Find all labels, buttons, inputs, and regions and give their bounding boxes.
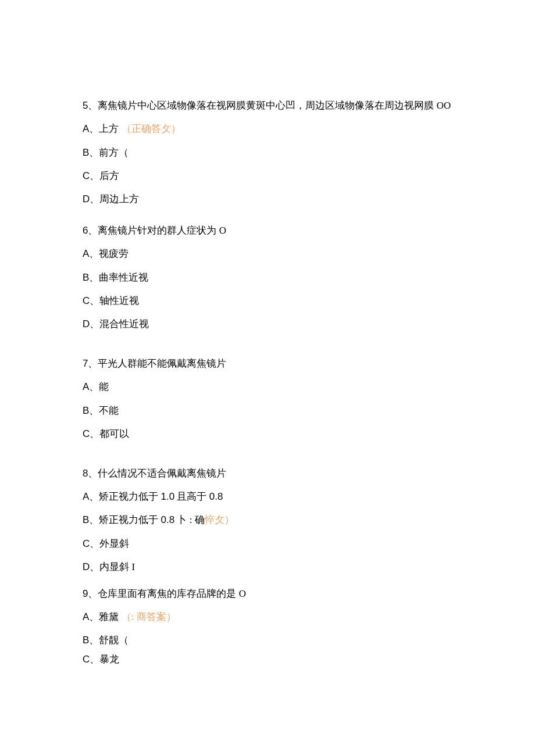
option-c: C、后方 [83, 169, 477, 183]
option-c: C、都可以 [83, 427, 477, 441]
option-b: B、不能 [83, 404, 477, 418]
option-a: A、雅黛 （: 商答案） [83, 610, 477, 624]
option-b: B、矫正视力低于 0.8 卜 : 确悴攵） [83, 513, 477, 527]
option-b: B、曲率性近视 [83, 271, 477, 285]
question-text: 5、离焦镜片中心区域物像落在视网膜黄斑中心凹，周边区域物像落在周边视网膜 OO [83, 99, 477, 113]
question-8: 8、什么情况不适合佩戴离焦镜片 A、矫正视力低于 1.0 且高于 0.8 B、矫… [83, 467, 477, 574]
option-a: A、上方 （正确答攵） [83, 122, 477, 136]
question-text: 9、仓库里面有离焦的库存品牌的是 O [83, 587, 477, 601]
option-c: C、轴性近视 [83, 294, 477, 308]
option-d: D、周边上方 [83, 192, 477, 206]
question-text: 8、什么情况不适合佩戴离焦镜片 [83, 467, 477, 481]
question-9: 9、仓库里面有离焦的库存品牌的是 O A、雅黛 （: 商答案） B、舒靓（ C、… [83, 587, 477, 667]
question-text: 6、离焦镜片针对的群人症状为 O [83, 224, 477, 238]
option-b: B、前方（ [83, 146, 477, 160]
option-a: A、视疲劳 [83, 247, 477, 261]
question-7: 7、平光人群能不能佩戴离焦镜片 A、能 B、不能 C、都可以 [83, 357, 477, 441]
question-5: 5、离焦镜片中心区域物像落在视网膜黄斑中心凹，周边区域物像落在周边视网膜 OO … [83, 99, 477, 206]
option-d: D、混合性近视 [83, 317, 477, 331]
option-d: D、内显斜 I [83, 560, 477, 574]
question-text: 7、平光人群能不能佩戴离焦镜片 [83, 357, 477, 371]
option-a: A、能 [83, 380, 477, 394]
option-b: B、舒靓（ [83, 633, 477, 647]
option-a: A、矫正视力低于 1.0 且高于 0.8 [83, 490, 477, 504]
question-6: 6、离焦镜片针对的群人症状为 O A、视疲劳 B、曲率性近视 C、轴性近视 D、… [83, 224, 477, 331]
option-c: C、暴龙 [83, 653, 477, 667]
option-c: C、外显斜 [83, 537, 477, 551]
